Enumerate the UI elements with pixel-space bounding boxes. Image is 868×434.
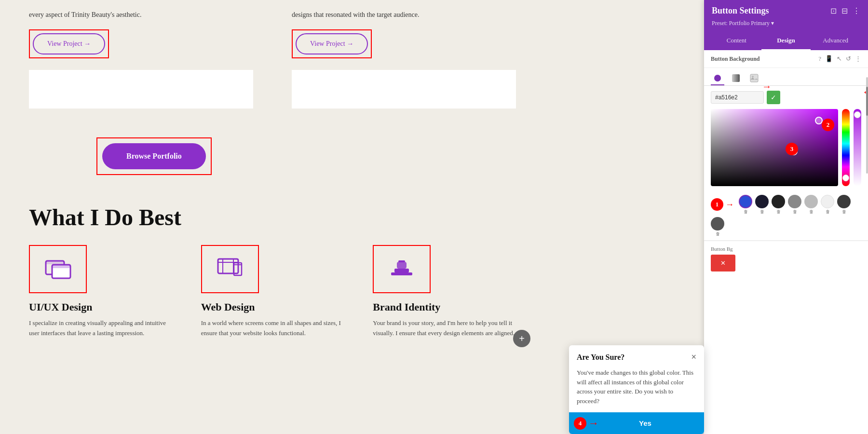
hex-confirm-button[interactable]: ✓ xyxy=(767,91,780,104)
svg-rect-12 xyxy=(398,260,405,262)
brand-icon-wrapper xyxy=(373,245,431,293)
svg-rect-16 xyxy=(750,74,758,82)
swatch-8-wrapper: 🗑 xyxy=(711,217,724,236)
tab-content[interactable]: Content xyxy=(712,32,761,50)
arrow-picker-1: → xyxy=(704,127,705,138)
section-label-text: Button Background xyxy=(711,55,760,63)
swatch-1-delete[interactable]: 🗑 xyxy=(744,209,748,214)
svg-point-17 xyxy=(752,76,754,78)
swatch-2-wrapper: 🗑 xyxy=(755,195,769,214)
svg-point-14 xyxy=(714,75,721,81)
view-project-2-wrapper: View Project → xyxy=(292,29,372,58)
swatch-4-delete[interactable]: 🗑 xyxy=(793,209,797,214)
what-i-do-best-title: What I Do Best xyxy=(29,204,516,231)
panel-expand-icon[interactable]: ⊡ xyxy=(830,6,837,15)
more-options-icon[interactable]: ⋮ xyxy=(855,55,861,63)
swatch-8-delete[interactable]: 🗑 xyxy=(716,231,720,236)
badge-2: 2 xyxy=(822,119,834,131)
swatch-8[interactable] xyxy=(711,217,724,231)
brand-desc: Your brand is your story, and I'm here t… xyxy=(373,318,516,339)
panel-columns-icon[interactable]: ⊟ xyxy=(841,6,848,15)
swatch-7[interactable] xyxy=(837,195,851,208)
swatch-7-delete[interactable]: 🗑 xyxy=(842,209,846,214)
hex-input-row: ✓ ← xyxy=(711,91,861,104)
arrow-picker-top: → xyxy=(762,81,772,92)
view-project-1-wrapper: View Project → xyxy=(29,29,109,58)
badge-4: 4 xyxy=(574,417,586,430)
color-picker-tabs xyxy=(704,68,868,86)
dialog-close-button[interactable]: × xyxy=(691,352,696,362)
svg-rect-10 xyxy=(394,269,409,272)
swatch-3-wrapper: 🗑 xyxy=(772,195,785,214)
dialog-footer: 4 → Yes xyxy=(569,412,704,434)
button-settings-panel: Button Settings ⊡ ⊟ ⋮ Preset: Portfolio … xyxy=(704,0,868,434)
swatch-1-wrapper: 🗑 xyxy=(739,195,752,214)
dialog-title: Are You Sure? xyxy=(577,353,624,362)
panel-scrollbar[interactable] xyxy=(866,77,868,174)
brand-icon xyxy=(387,255,416,284)
swatch-6[interactable] xyxy=(821,195,834,208)
swatch-5-delete[interactable]: 🗑 xyxy=(809,209,814,214)
panel-more-icon[interactable]: ⋮ xyxy=(853,6,860,15)
webdesign-icon-wrapper xyxy=(201,245,259,293)
badge-1: 1 xyxy=(711,198,723,211)
reset-icon[interactable]: ↺ xyxy=(846,55,851,63)
panel-body: Button Background ? 📱 ↖ ↺ ⋮ xyxy=(704,50,868,434)
cursor-icon[interactable]: ↖ xyxy=(837,55,842,63)
badge-3: 3 xyxy=(786,143,798,155)
browse-portfolio-button[interactable]: Browse Portfolio xyxy=(102,143,206,169)
swatch-5[interactable] xyxy=(804,195,818,208)
svg-rect-11 xyxy=(397,262,407,269)
swatch-1[interactable] xyxy=(739,195,752,208)
add-section-button[interactable]: + xyxy=(513,330,530,347)
gradient-color-tab[interactable] xyxy=(729,72,743,85)
opacity-thumb[interactable] xyxy=(854,111,861,118)
hue-thumb[interactable] xyxy=(842,175,849,181)
swatch-6-delete[interactable]: 🗑 xyxy=(826,209,830,214)
svg-rect-1 xyxy=(45,261,64,264)
are-you-sure-dialog: Are You Sure? × You've made changes to t… xyxy=(569,345,704,434)
x-icon: ✕ xyxy=(720,259,726,267)
view-project-1-button[interactable]: View Project → xyxy=(33,33,105,54)
swatch-3[interactable] xyxy=(772,195,785,208)
uiux-title: UI/UX Design xyxy=(29,301,172,313)
swatch-5-wrapper: 🗑 xyxy=(804,195,818,214)
service-item-webdesign: Web Design In a world where screens come… xyxy=(201,245,344,339)
webdesign-title: Web Design xyxy=(201,301,344,313)
solid-color-tab[interactable] xyxy=(711,72,724,85)
button-bg-section: Button Bg ✕ xyxy=(704,241,868,276)
plus-icon: + xyxy=(519,333,525,344)
swatch-3-delete[interactable]: 🗑 xyxy=(776,209,781,214)
brand-title: Brand Identity xyxy=(373,301,516,313)
svg-rect-15 xyxy=(732,74,740,82)
view-project-2-button[interactable]: View Project → xyxy=(296,33,368,54)
tab-advanced[interactable]: Advanced xyxy=(811,32,860,50)
image-color-tab[interactable] xyxy=(747,72,761,85)
uiux-icon xyxy=(43,255,72,284)
hex-color-input[interactable] xyxy=(711,91,764,104)
swatch-4-wrapper: 🗑 xyxy=(788,195,801,214)
question-icon[interactable]: ? xyxy=(818,55,821,63)
card-1-text: every aspect of Trinity Beauty's aesthet… xyxy=(29,10,253,29)
yes-button[interactable]: Yes xyxy=(569,412,704,434)
browse-portfolio-wrapper: Browse Portfolio xyxy=(96,137,212,175)
panel-preset[interactable]: Preset: Portfolio Primary ▾ xyxy=(712,20,860,27)
uiux-icon-wrapper xyxy=(29,245,87,293)
mobile-icon[interactable]: 📱 xyxy=(825,55,833,63)
panel-tabs: Content Design Advanced xyxy=(712,32,860,50)
card-2-text: designs that resonated with the target a… xyxy=(292,10,516,29)
swatch-4[interactable] xyxy=(788,195,801,208)
opacity-slider[interactable] xyxy=(854,109,861,186)
arrow-badge-1: → xyxy=(725,200,734,210)
svg-rect-13 xyxy=(391,272,412,275)
cancel-color-button[interactable]: ✕ xyxy=(711,255,735,271)
hsl-picker[interactable] xyxy=(711,109,838,186)
tab-design[interactable]: Design xyxy=(761,32,811,50)
service-item-brand: Brand Identity Your brand is your story,… xyxy=(373,245,516,339)
dialog-body: You've made changes to this global color… xyxy=(569,365,704,412)
swatches-row: 1 → 🗑 🗑 🗑 🗑 xyxy=(704,191,868,241)
hue-slider[interactable] xyxy=(842,109,850,186)
swatch-2[interactable] xyxy=(755,195,769,208)
webdesign-desc: In a world where screens come in all sha… xyxy=(201,318,344,339)
swatch-2-delete[interactable]: 🗑 xyxy=(760,209,764,214)
